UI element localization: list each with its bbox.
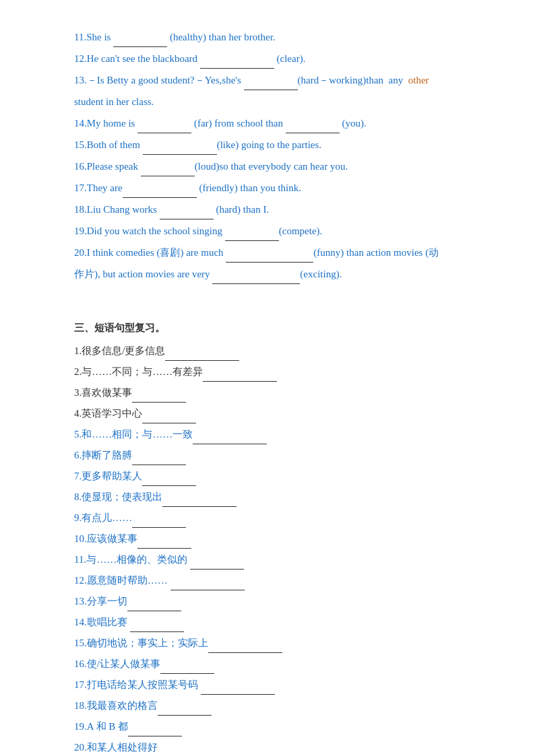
blank-p20 bbox=[158, 747, 212, 756]
blank-p12 bbox=[170, 580, 245, 590]
blank-14a bbox=[137, 123, 191, 133]
blank-17 bbox=[123, 188, 197, 198]
phrase-5: 5.和……相同；与……一致 bbox=[74, 424, 495, 444]
blank-p5 bbox=[193, 434, 267, 444]
exercise-18: 18.Liu Chang works (hard) than I. bbox=[74, 199, 495, 219]
main-content: 11.She is (healthy) than her brother. 12… bbox=[74, 27, 495, 756]
blank-p9 bbox=[132, 518, 186, 528]
section-header: 三、短语句型复习。 bbox=[74, 318, 495, 338]
blank-p17 bbox=[201, 685, 275, 695]
phrase-12: 12.愿意随时帮助…… bbox=[74, 570, 495, 590]
exercise-20-line2: 作片), but action movies are very (excitin… bbox=[74, 264, 495, 284]
blank-16 bbox=[141, 166, 195, 176]
blank-p10 bbox=[137, 539, 191, 549]
phrase-16: 16.使/让某人做某事 bbox=[74, 654, 495, 674]
blank-11 bbox=[113, 37, 167, 47]
blank-p7 bbox=[142, 476, 196, 486]
blank-19 bbox=[225, 231, 279, 241]
word-other: other bbox=[408, 75, 429, 85]
phrase-15: 15.确切地说；事实上；实际上 bbox=[74, 633, 495, 653]
phrase-7: 7.更多帮助某人 bbox=[74, 466, 495, 486]
blank-15 bbox=[143, 145, 217, 155]
phrase-18: 18.我最喜欢的格言 bbox=[74, 695, 495, 716]
exercise-20-line1: 20.I think comedies (喜剧) are much (funny… bbox=[74, 242, 495, 263]
phrase-13: 13.分享一切 bbox=[74, 591, 495, 611]
phrase-20: 20.和某人相处得好 bbox=[74, 737, 495, 756]
blank-p2 bbox=[203, 372, 277, 382]
blank-p14 bbox=[130, 622, 184, 632]
exercise-13-line1: 13.－Is Betty a good student?－Yes,she's (… bbox=[74, 70, 495, 90]
phrase-11: 11.与……相像的、类似的 bbox=[74, 549, 495, 570]
phrase-19: 19.A 和 B 都 bbox=[74, 716, 495, 736]
exercise-11: 11.She is (healthy) than her brother. bbox=[74, 27, 495, 47]
blank-p13 bbox=[127, 601, 181, 611]
blank-p8 bbox=[162, 497, 237, 507]
blank-20b bbox=[212, 274, 300, 284]
phrase-3: 3.喜欢做某事 bbox=[74, 382, 495, 403]
phrase-14: 14.歌唱比赛 bbox=[74, 612, 495, 632]
blank-13 bbox=[244, 80, 298, 90]
exercise-13-line2: student in her class. bbox=[74, 92, 495, 112]
exercise-17: 17.They are (friendly) than you think. bbox=[74, 178, 495, 198]
phrase-4: 4.英语学习中心 bbox=[74, 403, 495, 423]
phrase-8: 8.使显现；使表现出 bbox=[74, 487, 495, 507]
blank-12 bbox=[200, 59, 274, 69]
exercise-15: 15.Both of them (like) going to the part… bbox=[74, 135, 495, 155]
blank-18 bbox=[160, 209, 214, 219]
exercise-12: 12.He can't see the blackboard (clear). bbox=[74, 48, 495, 69]
blank-p15 bbox=[208, 643, 282, 653]
exercise-19: 19.Did you watch the school singing (com… bbox=[74, 221, 495, 241]
blank-p18 bbox=[158, 706, 212, 716]
phrase-6: 6.摔断了胳膊 bbox=[74, 445, 495, 465]
phrase-17: 17.打电话给某人按照某号码 bbox=[74, 675, 495, 695]
blank-p16 bbox=[160, 664, 214, 674]
blank-p6 bbox=[132, 455, 186, 465]
phrase-1: 1.很多信息/更多信息 bbox=[74, 341, 495, 361]
exercise-14: 14.My home is (far) from school than (yo… bbox=[74, 113, 495, 133]
blank-20a bbox=[226, 252, 313, 263]
blank-p3 bbox=[132, 392, 186, 403]
blank-p1 bbox=[165, 351, 239, 361]
phrase-9: 9.有点儿…… bbox=[74, 508, 495, 528]
blank-p4 bbox=[142, 413, 196, 423]
blank-p11 bbox=[190, 559, 244, 570]
blank-14b bbox=[286, 123, 340, 133]
phrase-2: 2.与……不同；与……有差异 bbox=[74, 362, 495, 382]
phrase-10: 10.应该做某事 bbox=[74, 528, 495, 549]
blank-p19 bbox=[128, 726, 182, 736]
exercise-16: 16.Please speak (loud)so that everybody … bbox=[74, 156, 495, 176]
